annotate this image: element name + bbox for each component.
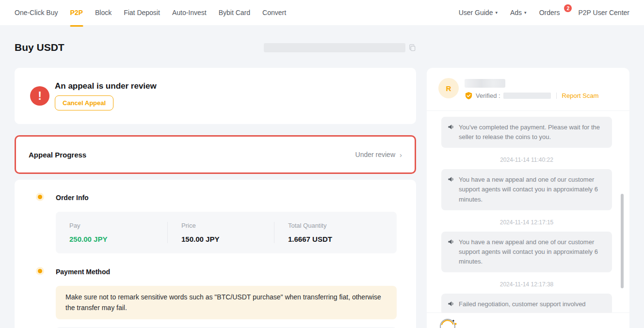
payment-warning-note: Make sure not to remark sensitive words … xyxy=(56,286,397,319)
nav-tab-block[interactable]: Block xyxy=(95,0,112,25)
appeal-banner-card: An appeal is under review Cancel Appeal xyxy=(15,68,416,124)
order-info-section: Order Info Pay 250.00 JPY Price 150.00 J… xyxy=(38,194,397,253)
chevron-down-icon xyxy=(495,11,498,15)
p2p-order-page: One-Click Buy P2P Block Fiat Deposit Aut… xyxy=(0,0,644,328)
counterparty-info: Verified : Report Scam xyxy=(465,78,618,100)
order-field-label: Price xyxy=(181,222,260,229)
chat-message-text: 2024-11-14 12:17:38 xyxy=(500,281,554,288)
appeal-progress-status: Under review xyxy=(355,151,402,158)
orders-count-badge: 2 xyxy=(564,4,572,12)
chevron-right-icon xyxy=(400,151,402,158)
verified-label: Verified : xyxy=(476,92,500,99)
chat-message-text: You've completed the payment. Please wai… xyxy=(459,123,605,142)
order-field-label: Total Quantity xyxy=(288,222,383,229)
cancel-appeal-button[interactable]: Cancel Appeal xyxy=(55,95,113,110)
megaphone-icon xyxy=(448,176,454,204)
redacted-verified-name xyxy=(503,93,551,99)
page-title: Buy USDT xyxy=(15,42,64,53)
chat-message-time: 2024-11-14 11:40:22 xyxy=(441,156,612,163)
chat-message-system: Failed negotiation, customer support inv… xyxy=(441,294,612,313)
report-scam-link[interactable]: Report Scam xyxy=(562,92,599,99)
nav-user-guide-label: User Guide xyxy=(459,9,493,16)
nav-user-guide[interactable]: User Guide xyxy=(459,9,498,16)
payment-method-section: Payment Method Make sure not to remark s… xyxy=(38,268,397,328)
order-field-value: 250.00 JPY xyxy=(69,235,154,243)
redacted-order-id xyxy=(264,43,405,52)
order-detail-column: An appeal is under review Cancel Appeal … xyxy=(15,68,416,328)
order-field-label: Pay xyxy=(69,222,154,229)
chevron-down-icon xyxy=(524,11,527,15)
nav-tab-bybit-card[interactable]: Bybit Card xyxy=(219,0,250,25)
nav-orders-label: Orders xyxy=(539,9,560,16)
nav-orders[interactable]: Orders 2 xyxy=(539,9,566,16)
verified-row: Verified : Report Scam xyxy=(465,92,618,100)
copy-icon[interactable] xyxy=(409,44,416,51)
appeal-status-text: Under review xyxy=(355,151,395,158)
order-info-grid: Pay 250.00 JPY Price 150.00 JPY Total Qu… xyxy=(56,212,397,253)
alert-icon xyxy=(30,86,49,106)
order-field-total-quantity: Total Quantity 1.6667 USDT xyxy=(274,222,397,243)
chat-message-text: You have a new appeal and one of our cus… xyxy=(459,237,605,266)
chat-panel: R Verified : xyxy=(427,68,629,328)
chat-scrollbar-thumb[interactable] xyxy=(621,194,624,288)
nav-ads[interactable]: Ads xyxy=(510,9,527,16)
divider xyxy=(556,93,557,99)
nav-tab-auto-invest[interactable]: Auto-Invest xyxy=(172,0,207,25)
chat-message-time: 2024-11-14 12:17:15 xyxy=(441,219,612,226)
chat-message-list: You've completed the payment. Please wai… xyxy=(427,110,629,313)
nav-p2p-user-center[interactable]: P2P User Center xyxy=(578,9,629,16)
chat-message-text: 2024-11-14 12:17:15 xyxy=(500,219,554,226)
chat-message-time: 2024-11-14 12:17:38 xyxy=(441,281,612,288)
appeal-banner-title: An appeal is under review xyxy=(55,81,157,91)
nav-tab-convert[interactable]: Convert xyxy=(262,0,286,25)
order-field-value: 1.6667 USDT xyxy=(288,235,383,243)
page-heading-row: Buy USDT xyxy=(15,42,416,53)
main-nav-tabs: One-Click Buy P2P Block Fiat Deposit Aut… xyxy=(15,0,286,25)
payment-method-title: Payment Method xyxy=(56,268,397,276)
chat-messages: You've completed the payment. Please wai… xyxy=(441,117,612,313)
chat-header: R Verified : xyxy=(427,68,629,110)
order-field-price: Price 150.00 JPY xyxy=(167,222,274,243)
megaphone-icon xyxy=(448,124,454,142)
section-bullet-icon xyxy=(38,269,42,273)
nav-tab-p2p[interactable]: P2P xyxy=(70,0,82,25)
order-id-area xyxy=(264,43,416,52)
appeal-progress-title: Appeal Progress xyxy=(29,151,86,159)
chat-message-text: 2024-11-14 11:40:22 xyxy=(500,156,553,163)
megaphone-icon xyxy=(448,300,454,309)
redacted-counterparty-name xyxy=(465,79,505,88)
chat-message-text: Failed negotiation, customer support inv… xyxy=(459,299,586,309)
chat-message-text: You have a new appeal and one of our cus… xyxy=(459,175,605,204)
order-info-title: Order Info xyxy=(56,194,397,202)
order-field-value: 150.00 JPY xyxy=(181,235,260,243)
megaphone-icon xyxy=(448,238,454,266)
nav-user-center-label: P2P User Center xyxy=(578,9,629,16)
chat-input-bar xyxy=(427,313,629,328)
top-navigation: One-Click Buy P2P Block Fiat Deposit Aut… xyxy=(0,0,644,25)
verified-shield-icon xyxy=(465,92,473,100)
order-field-pay: Pay 250.00 JPY xyxy=(56,222,167,243)
chat-column: R Verified : xyxy=(427,68,629,328)
section-bullet-icon xyxy=(38,195,42,199)
chat-message-system: You have a new appeal and one of our cus… xyxy=(441,232,612,272)
nav-tab-fiat-deposit[interactable]: Fiat Deposit xyxy=(124,0,160,25)
appeal-banner-content: An appeal is under review Cancel Appeal xyxy=(55,81,157,110)
chat-message-system: You have a new appeal and one of our cus… xyxy=(441,169,612,210)
counterparty-avatar: R xyxy=(438,78,459,98)
nav-tab-one-click-buy[interactable]: One-Click Buy xyxy=(15,0,58,25)
appeal-progress-row[interactable]: Appeal Progress Under review xyxy=(15,135,416,174)
order-details-card: Order Info Pay 250.00 JPY Price 150.00 J… xyxy=(15,180,416,328)
chat-message-system: You've completed the payment. Please wai… xyxy=(441,117,612,148)
nav-right-group: User Guide Ads Orders 2 P2P User Center xyxy=(459,9,629,16)
nav-ads-label: Ads xyxy=(510,9,522,16)
emoji-icon[interactable] xyxy=(438,316,458,328)
